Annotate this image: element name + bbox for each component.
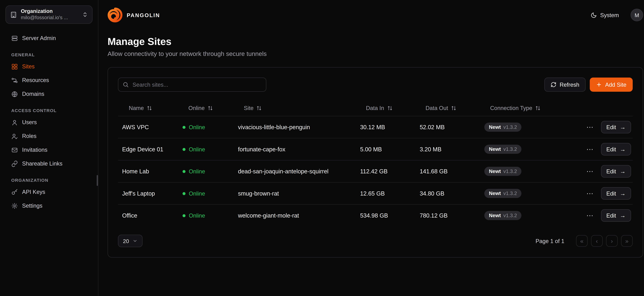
sort-icon	[147, 105, 152, 111]
row-menu-button[interactable]: ⋯	[584, 189, 595, 198]
chevron-down-icon	[133, 238, 138, 244]
status-label: Online	[189, 146, 205, 152]
row-menu-button[interactable]: ⋯	[584, 123, 595, 132]
sidebar-item-domains[interactable]: Domains	[6, 87, 92, 101]
search-icon	[122, 82, 129, 88]
page-size-select[interactable]: 20	[118, 235, 143, 247]
edit-button[interactable]: Edit →	[601, 143, 631, 156]
connection-version: v1.3.2	[503, 190, 517, 196]
sidebar-item-roles[interactable]: Roles	[6, 129, 92, 143]
data-out-cell: 141.68 GB	[420, 168, 484, 175]
sidebar-item-shareable-links[interactable]: Shareable Links	[6, 157, 92, 170]
pagination: Page 1 of 1 « ‹ › »	[536, 235, 633, 247]
link-icon	[11, 160, 18, 167]
section-label-general: GENERAL	[6, 52, 92, 57]
column-header-data-out[interactable]: Data Out	[420, 105, 484, 111]
sort-icon	[535, 105, 540, 111]
edit-label: Edit	[606, 212, 616, 219]
site-id-cell: smug-brown-rat	[238, 190, 360, 197]
data-in-cell: 5.00 MB	[360, 146, 420, 153]
sites-grid-icon	[11, 63, 18, 70]
site-status-cell: Online	[182, 124, 238, 130]
connection-type-cell: Newt v1.3.2	[484, 189, 570, 198]
moon-icon	[590, 12, 597, 18]
status-label: Online	[189, 212, 205, 219]
table-row[interactable]: Office Online welcome-giant-mole-rat 534…	[118, 204, 633, 226]
globe-icon	[11, 91, 18, 98]
add-site-button[interactable]: Add Site	[590, 78, 633, 92]
column-header-name[interactable]: Name	[118, 105, 183, 111]
sidebar: Organization milo@fossorial.io's ... Ser…	[0, 0, 98, 296]
sidebar-item-api-keys[interactable]: API Keys	[6, 185, 92, 199]
column-label: Connection Type	[490, 105, 532, 111]
column-label: Site	[244, 105, 254, 111]
data-in-cell: 112.42 GB	[360, 168, 420, 175]
page-info: Page 1 of 1	[536, 238, 564, 244]
row-menu-button[interactable]: ⋯	[584, 167, 595, 176]
sidebar-item-label: Users	[22, 119, 37, 126]
mail-icon	[11, 146, 18, 153]
connection-version: v1.3.2	[503, 168, 517, 174]
pagination-last-button[interactable]: »	[621, 235, 633, 247]
online-dot	[182, 126, 186, 129]
column-header-online[interactable]: Online	[182, 105, 238, 111]
theme-label: System	[600, 12, 619, 18]
avatar[interactable]: M	[630, 9, 643, 21]
sidebar-item-label: Server Admin	[22, 35, 56, 41]
edit-button[interactable]: Edit →	[601, 121, 631, 133]
status-label: Online	[189, 168, 205, 174]
connection-badge: Newt v1.3.2	[484, 167, 522, 176]
site-name-cell: AWS VPC	[118, 124, 183, 130]
site-id-cell: vivacious-little-blue-penguin	[238, 124, 360, 130]
edit-button[interactable]: Edit →	[601, 165, 631, 178]
table-row[interactable]: Edge Device 01 Online fortunate-cape-fox…	[118, 138, 633, 160]
topbar-right: System M	[588, 9, 643, 21]
sidebar-item-label: Invitations	[22, 147, 48, 153]
connection-badge: Newt v1.3.2	[484, 211, 522, 220]
sidebar-scrollbar-thumb[interactable]	[97, 175, 98, 186]
data-in-cell: 534.98 GB	[360, 212, 420, 219]
table-row[interactable]: AWS VPC Online vivacious-little-blue-pen…	[118, 116, 633, 138]
table-row[interactable]: Jeff's Laptop Online smug-brown-rat 12.6…	[118, 182, 633, 204]
row-menu-button[interactable]: ⋯	[584, 211, 595, 220]
pagination-prev-button[interactable]: ‹	[591, 235, 603, 247]
sidebar-item-invitations[interactable]: Invitations	[6, 143, 92, 157]
column-header-site[interactable]: Site	[238, 105, 360, 111]
pagination-first-button[interactable]: «	[576, 235, 588, 247]
sidebar-item-users[interactable]: Users	[6, 116, 92, 129]
org-selector[interactable]: Organization milo@fossorial.io's ...	[6, 6, 92, 24]
edit-button[interactable]: Edit →	[601, 209, 631, 222]
edit-button[interactable]: Edit →	[601, 187, 631, 200]
sidebar-item-resources[interactable]: Resources	[6, 74, 92, 87]
refresh-button[interactable]: Refresh	[544, 78, 586, 92]
theme-toggle-button[interactable]: System	[588, 12, 622, 18]
sidebar-item-server-admin[interactable]: Server Admin	[6, 31, 92, 45]
search-input[interactable]	[118, 78, 266, 92]
page-subtitle: Allow connectivity to your network throu…	[108, 50, 643, 57]
column-header-data-in[interactable]: Data In	[360, 105, 420, 111]
data-out-cell: 3.20 MB	[420, 146, 484, 153]
card-toolbar: Refresh Add Site	[118, 78, 633, 92]
page-content: Manage Sites Allow connectivity to your …	[98, 30, 644, 258]
sidebar-item-settings[interactable]: Settings	[6, 199, 92, 213]
section-label-organization: ORGANIZATION	[6, 178, 92, 183]
page-size-value: 20	[123, 238, 129, 244]
table-footer: 20 Page 1 of 1 « ‹ › »	[118, 235, 633, 247]
column-header-connection-type[interactable]: Connection Type	[484, 105, 570, 111]
sidebar-item-sites[interactable]: Sites	[6, 60, 92, 74]
row-menu-button[interactable]: ⋯	[584, 145, 595, 154]
key-icon	[11, 188, 18, 195]
online-dot	[182, 170, 186, 173]
edit-label: Edit	[606, 190, 616, 196]
status-label: Online	[189, 190, 205, 196]
row-actions-cell: ⋯ Edit →	[570, 165, 633, 178]
connection-version: v1.3.2	[503, 146, 517, 152]
site-id-cell: fortunate-cape-fox	[238, 146, 360, 153]
user-check-icon	[11, 133, 18, 140]
pagination-next-button[interactable]: ›	[606, 235, 618, 247]
table-row[interactable]: Home Lab Online dead-san-joaquin-antelop…	[118, 160, 633, 182]
sort-icon	[208, 105, 213, 111]
gear-icon	[11, 202, 18, 209]
data-in-cell: 12.65 GB	[360, 190, 420, 197]
site-name-cell: Home Lab	[118, 168, 183, 175]
